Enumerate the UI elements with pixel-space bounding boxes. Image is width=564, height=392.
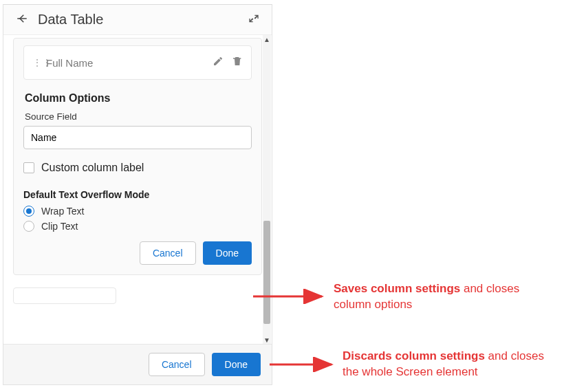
drag-handle-icon[interactable]: ⋮⋮ [32, 58, 39, 67]
column-chip[interactable]: ⋮⋮ Full Name [23, 45, 252, 80]
arrow-icon [253, 289, 329, 304]
annotation-bottom: Discards column settings and closes the … [343, 349, 563, 380]
panel-footer: Cancel Done [3, 344, 272, 384]
properties-panel: Data Table ⋮⋮ Full Name [3, 4, 272, 385]
arrow-icon [270, 357, 338, 372]
scroll-up-icon[interactable]: ▲ [263, 35, 271, 43]
source-field-input[interactable] [23, 126, 252, 149]
column-chip-title: Full Name [46, 57, 206, 69]
radio-clip-label: Clip Text [41, 221, 78, 232]
radio-wrap-label: Wrap Text [41, 206, 85, 217]
radio-wrap-row[interactable]: Wrap Text [23, 206, 252, 217]
column-cancel-button[interactable]: Cancel [140, 241, 196, 265]
panel-done-button[interactable]: Done [212, 353, 261, 376]
expand-icon[interactable] [248, 13, 259, 27]
panel-scroll-area: ⋮⋮ Full Name Column Options Source Field [3, 34, 272, 344]
overflow-heading: Default Text Overflow Mode [23, 189, 252, 200]
delete-icon[interactable] [232, 56, 243, 69]
panel-cancel-button[interactable]: Cancel [149, 353, 205, 376]
column-options-heading: Column Options [25, 92, 252, 105]
next-card-stub [13, 287, 116, 304]
scroll-down-icon[interactable]: ▼ [263, 336, 271, 344]
radio-wrap[interactable] [23, 206, 34, 217]
back-arrow-icon[interactable] [16, 12, 28, 28]
source-field-label: Source Field [25, 111, 252, 122]
radio-clip-row[interactable]: Clip Text [23, 221, 252, 232]
edit-icon[interactable] [213, 56, 224, 69]
column-card: ⋮⋮ Full Name Column Options Source Field [13, 38, 262, 275]
annotation-top: Saves column settings and closes column … [334, 281, 547, 313]
column-done-button[interactable]: Done [203, 241, 252, 265]
panel-title: Data Table [38, 12, 239, 28]
radio-clip[interactable] [23, 221, 34, 232]
panel-header: Data Table [3, 5, 272, 34]
custom-label-checkbox-label: Custom column label [41, 162, 144, 174]
scrollbar-thumb[interactable] [263, 221, 270, 324]
custom-label-checkbox[interactable] [23, 162, 34, 173]
